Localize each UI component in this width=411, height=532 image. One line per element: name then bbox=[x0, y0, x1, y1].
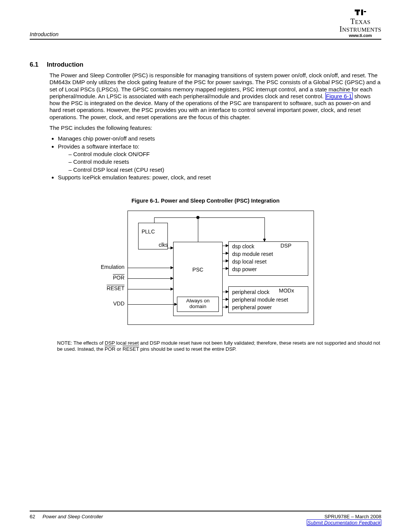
list-item-label: Provides a software interface to: bbox=[58, 143, 139, 150]
figure-caption: Figure 6-1. Power and Sleep Controller (… bbox=[30, 198, 381, 204]
pllc-label: PLLC bbox=[142, 228, 155, 235]
arrow-icon bbox=[127, 289, 173, 289]
header-rule bbox=[30, 39, 381, 40]
list-item: Control module resets bbox=[68, 158, 381, 165]
note-text: pins should be used to reset the entire … bbox=[139, 346, 236, 352]
label-dsp-module-reset: dsp module reset bbox=[232, 251, 273, 257]
arrow-icon bbox=[223, 299, 228, 300]
psc-label: PSC bbox=[174, 267, 222, 273]
note-reset: RESET bbox=[123, 346, 139, 352]
arrow-icon bbox=[127, 304, 177, 305]
figure-note: NOTE: The effects of DSP local reset and… bbox=[57, 340, 381, 353]
section-title: Introduction bbox=[47, 61, 83, 68]
list-item: Provides a software interface to: Contro… bbox=[58, 143, 381, 173]
list-item: Supports IcePick emulation features: pow… bbox=[58, 174, 381, 181]
label-clks: clks bbox=[159, 242, 168, 248]
running-head: Introduction bbox=[30, 31, 381, 37]
label-dsp-local-reset: dsp local reset bbox=[232, 259, 266, 265]
ti-shape-icon bbox=[354, 8, 367, 18]
label-reset: RESET bbox=[79, 285, 124, 291]
line-icon bbox=[154, 217, 155, 223]
arrow-icon bbox=[127, 278, 173, 279]
aod-label-2: domain bbox=[190, 304, 206, 309]
footer-docid: SPRU978E – March 2008 bbox=[324, 514, 381, 519]
arrow-icon bbox=[223, 292, 228, 292]
feature-list: Manages chip power-on/off and resets Pro… bbox=[49, 135, 381, 181]
label-periph-clock: peripheral clock bbox=[232, 289, 269, 295]
line-icon bbox=[154, 217, 264, 218]
arrow-icon bbox=[264, 238, 264, 241]
arrow-icon bbox=[168, 248, 173, 248]
figure-ref-link[interactable]: Figure 6-1 bbox=[325, 93, 353, 100]
feedback-link[interactable]: Submit Documentation Feedback bbox=[307, 519, 381, 526]
label-emulation: Emulation bbox=[79, 264, 124, 270]
label-dsp-power: dsp power bbox=[232, 266, 257, 272]
aod-label-1: Always on bbox=[186, 298, 210, 304]
para-2: The PSC includes the following features: bbox=[49, 125, 381, 131]
label-periph-power: peripheral power bbox=[232, 304, 272, 310]
arrow-icon bbox=[223, 246, 228, 246]
label-por: POR bbox=[79, 275, 124, 281]
footer-rule bbox=[30, 511, 381, 511]
label-modx: MODx bbox=[279, 288, 294, 294]
list-item: Manages chip power-on/off and resets bbox=[58, 135, 381, 142]
body-text: The Power and Sleep Controller (PSC) is … bbox=[49, 72, 381, 181]
always-on-domain-box: Always on domain bbox=[177, 297, 219, 312]
company-url: www.ti.com bbox=[339, 33, 381, 38]
arrow-icon bbox=[127, 268, 173, 268]
arrow-icon bbox=[223, 268, 228, 269]
note-por: POR bbox=[105, 346, 115, 352]
arrow-icon bbox=[223, 307, 228, 307]
section-number: 6.1 bbox=[30, 61, 38, 68]
arrow-icon bbox=[223, 261, 228, 261]
figure-6-1-diagram: Emulation POR RESET VDD PLLC PSC Always … bbox=[97, 211, 314, 329]
note-text: or bbox=[115, 346, 123, 352]
company-name: TEXASINSTRUMENTS bbox=[339, 18, 381, 33]
arrow-icon bbox=[223, 253, 228, 254]
line-icon bbox=[198, 217, 198, 242]
label-dsp: DSP bbox=[280, 243, 292, 249]
list-item: Control module clock ON/OFF bbox=[68, 151, 381, 158]
page-number: 62 bbox=[30, 514, 41, 519]
list-item: Control DSP local reset (CPU reset) bbox=[68, 166, 381, 173]
label-dsp-clock: dsp clock bbox=[232, 243, 254, 249]
footer-chapter: Power and Sleep Controller bbox=[43, 514, 103, 519]
label-vdd: VDD bbox=[79, 300, 124, 307]
label-periph-module-reset: peripheral module reset bbox=[232, 297, 288, 303]
ti-logo-block: TEXASINSTRUMENTS www.ti.com bbox=[339, 8, 381, 38]
line-icon bbox=[264, 217, 265, 241]
